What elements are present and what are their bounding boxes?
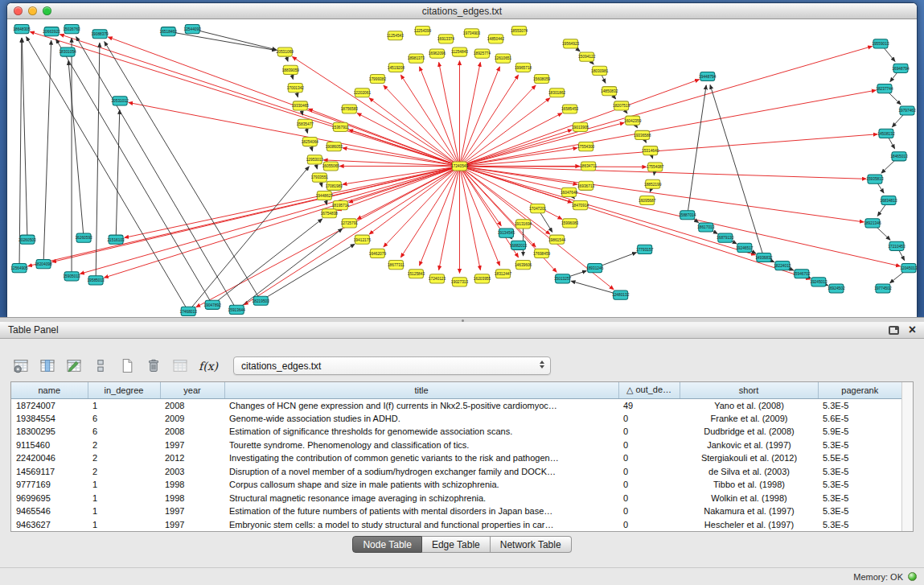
cell-title[interactable]: Corpus callosum shape and size in male p…: [224, 478, 618, 492]
cell-title[interactable]: Embryonic stem cells: a model to study s…: [224, 518, 618, 532]
graph-node[interactable]: 19027313: [451, 278, 469, 286]
graph-node[interactable]: 16518463: [160, 27, 178, 36]
graph-node[interactable]: 15013257: [554, 274, 572, 283]
cell-short[interactable]: Yano et al. (2008): [680, 398, 818, 412]
cell-year[interactable]: 1997: [160, 518, 224, 532]
graph-node[interactable]: 17001342: [287, 84, 305, 93]
graph-node[interactable]: 16203955: [474, 274, 491, 283]
import-table-button[interactable]: [170, 357, 190, 375]
graph-node[interactable]: 18224013: [774, 262, 791, 270]
cell-title[interactable]: Genome-wide association studies in ADHD.: [224, 412, 618, 426]
graph-node[interactable]: 16882013: [510, 241, 528, 249]
graph-node[interactable]: 19086053: [326, 142, 343, 151]
graph-node[interactable]: 14936832: [755, 253, 773, 262]
cell-out_degree[interactable]: 0: [618, 505, 680, 518]
cell-year[interactable]: 1997: [160, 439, 224, 452]
cell-short[interactable]: Wolkin et al. (1998): [680, 492, 818, 505]
cell-year[interactable]: 1998: [160, 478, 224, 492]
cell-pagerank[interactable]: 5.3E-5: [818, 505, 901, 518]
cell-year[interactable]: 1997: [160, 505, 224, 518]
graph-node[interactable]: 16585453: [561, 105, 579, 113]
graph-node[interactable]: 19412175: [354, 235, 372, 244]
table-row[interactable]: 1456911722003Disruption of a novel membe…: [11, 465, 901, 479]
graph-node[interactable]: 19336588: [634, 130, 651, 139]
graph-edge[interactable]: [688, 85, 706, 215]
row-options-button[interactable]: [91, 357, 110, 375]
cell-title[interactable]: Tourette syndrome. Phenomenology and cla…: [224, 439, 618, 452]
graph-node[interactable]: 12610651: [495, 54, 512, 63]
graph-node[interactable]: 16962096: [429, 49, 446, 58]
graph-node-hub[interactable]: 17240549: [451, 162, 469, 171]
graph-node[interactable]: 15887014: [679, 211, 696, 220]
close-panel-icon[interactable]: ×: [909, 323, 916, 336]
cell-out_degree[interactable]: 0: [618, 412, 680, 426]
graph-node[interactable]: 19774502: [874, 284, 892, 293]
graph-node[interactable]: 15946702: [793, 270, 811, 278]
cell-name[interactable]: 9465546: [11, 505, 88, 518]
cell-year[interactable]: 2009: [160, 412, 224, 426]
cell-name[interactable]: 19384554: [11, 412, 88, 426]
graph-node[interactable]: 18617013: [697, 223, 715, 232]
cell-title[interactable]: Investigating the contribution of common…: [224, 451, 618, 465]
graph-node[interactable]: 15835477: [297, 119, 314, 128]
network-graph[interactable]: 1724054918634711175543001901390516585453…: [7, 19, 917, 317]
table-row[interactable]: 1938455462009Genome-wide association stu…: [11, 412, 901, 426]
cell-out_degree[interactable]: 0: [618, 518, 680, 532]
graph-node[interactable]: 20531069: [277, 47, 294, 56]
tab-node-table[interactable]: Node Table: [352, 536, 422, 553]
table-row[interactable]: 946554611997Estimation of the future num…: [11, 505, 901, 518]
graph-edge[interactable]: [192, 29, 276, 50]
graph-edge[interactable]: [96, 43, 100, 280]
cell-year[interactable]: 2008: [160, 425, 224, 439]
table-row[interactable]: 1872400712008Changes of HCN gene express…: [11, 398, 901, 412]
graph-edge[interactable]: [236, 229, 342, 310]
cell-title[interactable]: Changes of HCN gene expression and I(f) …: [224, 398, 618, 412]
graph-node[interactable]: 11254543: [387, 31, 404, 40]
cell-pagerank[interactable]: 5.3E-5: [818, 398, 901, 412]
cell-in_degree[interactable]: 2: [88, 465, 160, 479]
cell-pagerank[interactable]: 5.3E-5: [818, 492, 901, 505]
graph-node[interactable]: 11254843: [451, 47, 468, 56]
graph-edge[interactable]: [129, 102, 460, 166]
table-row[interactable]: 911546021997Tourette syndrome. Phenomeno…: [11, 439, 901, 452]
graph-edge[interactable]: [76, 37, 237, 310]
cell-out_degree[interactable]: 0: [618, 478, 680, 492]
column-header-pagerank[interactable]: pagerank: [818, 382, 901, 398]
cell-short[interactable]: Jankovic et al. (1997): [680, 439, 818, 452]
graph-node[interactable]: 18204098: [35, 260, 52, 269]
graph-node[interactable]: 19047892: [204, 300, 222, 309]
graph-edge[interactable]: [68, 61, 84, 238]
graph-node[interactable]: 18254064: [302, 137, 319, 146]
column-header-year[interactable]: year: [160, 382, 224, 398]
graph-node[interactable]: 16042359: [624, 116, 642, 125]
graph-node[interactable]: 18921346: [864, 219, 881, 228]
tab-network-table[interactable]: Network Table: [491, 536, 572, 553]
graph-node[interactable]: 12953013: [306, 155, 324, 164]
cell-year[interactable]: 2012: [160, 451, 224, 465]
graph-node[interactable]: 15125843: [408, 270, 425, 278]
float-panel-icon[interactable]: [889, 326, 899, 335]
cell-title[interactable]: Structural magnetic resonance image aver…: [224, 492, 618, 505]
cell-out_degree[interactable]: 0: [618, 465, 680, 479]
minimize-window-button[interactable]: [28, 6, 37, 15]
graph-node[interactable]: 19448794: [699, 72, 717, 80]
cell-pagerank[interactable]: 5.3E-5: [818, 439, 901, 452]
cell-short[interactable]: de Silva et al. (2003): [680, 465, 818, 479]
graph-node[interactable]: 15608059: [533, 74, 551, 83]
graph-node[interactable]: 12544093: [184, 25, 202, 34]
cell-pagerank[interactable]: 5.3E-5: [818, 465, 901, 479]
cell-name[interactable]: 22420046: [11, 451, 88, 465]
cell-in_degree[interactable]: 2: [88, 451, 160, 465]
graph-node[interactable]: 19797463: [898, 106, 916, 115]
graph-node[interactable]: 17793157: [636, 245, 654, 253]
graph-node[interactable]: 19559013: [872, 39, 889, 48]
cell-pagerank[interactable]: 5.3E-5: [818, 518, 901, 532]
graph-node[interactable]: 20663923: [43, 27, 60, 36]
graph-edge[interactable]: [459, 166, 810, 279]
graph-edge[interactable]: [27, 37, 189, 311]
graph-node[interactable]: 19013905: [572, 122, 589, 131]
cell-short[interactable]: Franke et al. (2009): [680, 412, 818, 426]
edit-columns-button[interactable]: [64, 357, 84, 375]
graph-node[interactable]: 12564905: [10, 264, 28, 273]
cell-title[interactable]: Estimation of the future numbers of pati…: [224, 505, 618, 518]
